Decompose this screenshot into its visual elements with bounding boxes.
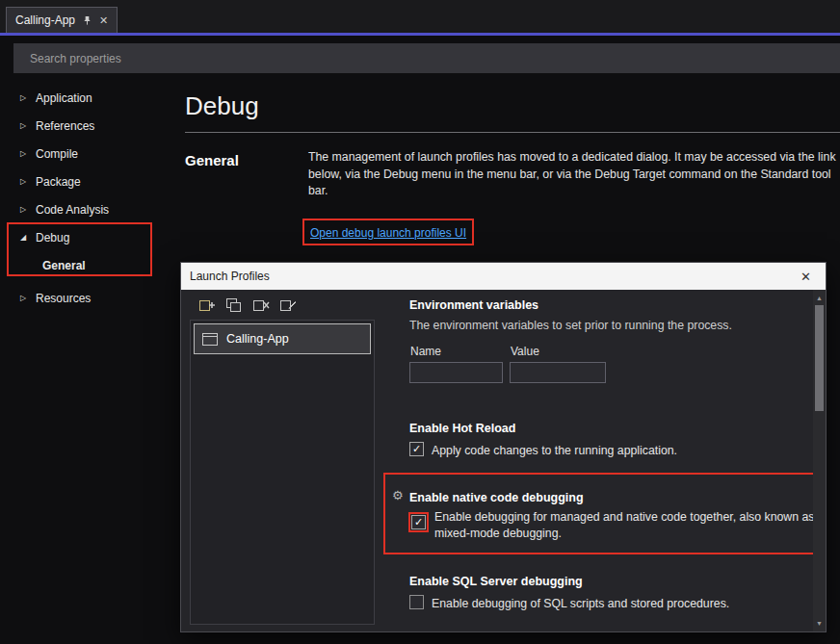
- sql-debugging-label: Enable debugging of SQL scripts and stor…: [432, 596, 729, 612]
- delete-profile-icon[interactable]: [250, 296, 272, 315]
- clone-profile-icon[interactable]: [223, 296, 245, 315]
- sidebar-item-label: General: [42, 259, 86, 272]
- annotation-box-native-checkbox: ✓: [408, 512, 429, 532]
- scrollbar-thumb[interactable]: [815, 305, 824, 411]
- sidebar-item-label: References: [36, 119, 94, 133]
- chevron-right-icon[interactable]: ▷: [17, 93, 29, 102]
- dialog-body: Calling-App Environment variables The en…: [181, 290, 826, 631]
- profile-item-calling-app[interactable]: Calling-App: [194, 323, 371, 354]
- sidebar-item-resources[interactable]: ▷ Resources: [17, 284, 171, 312]
- general-section-heading: General: [185, 152, 239, 168]
- chevron-right-icon[interactable]: ▷: [17, 294, 29, 302]
- sidebar-item-label: Compile: [36, 147, 78, 161]
- native-debugging-checkbox[interactable]: ✓: [411, 515, 426, 529]
- hot-reload-label: Apply code changes to the running applic…: [432, 443, 677, 459]
- document-tab-bar: Calling-App ✕: [0, 0, 840, 33]
- open-debug-launch-profiles-link[interactable]: Open debug launch profiles UI: [310, 226, 466, 240]
- check-icon: ✓: [414, 516, 423, 528]
- scroll-down-icon[interactable]: ▼: [813, 617, 826, 630]
- sql-debugging-heading: Enable SQL Server debugging: [409, 575, 583, 588]
- chevron-right-icon[interactable]: ▷: [17, 149, 29, 158]
- rename-profile-icon[interactable]: [277, 296, 299, 315]
- chevron-right-icon[interactable]: ▷: [17, 121, 29, 130]
- app-root: Calling-App ✕ ▷ Application ▷ References…: [0, 0, 840, 644]
- sidebar-item-label: Application: [36, 91, 92, 105]
- chevron-right-icon[interactable]: ▷: [17, 205, 29, 214]
- env-value-header: Value: [511, 345, 539, 358]
- properties-nav-tree: ▷ Application ▷ References ▷ Compile ▷ P…: [17, 84, 171, 312]
- search-input[interactable]: [13, 43, 840, 73]
- scroll-up-icon[interactable]: ▲: [813, 292, 826, 304]
- sidebar-item-label: Code Analysis: [36, 203, 109, 217]
- profile-item-label: Calling-App: [226, 332, 289, 346]
- accent-divider: [0, 33, 840, 36]
- sidebar-item-debug-general[interactable]: General: [17, 251, 171, 279]
- env-variables-heading: Environment variables: [409, 298, 538, 312]
- new-profile-icon[interactable]: [197, 296, 218, 315]
- hot-reload-checkbox[interactable]: ✓: [409, 442, 424, 456]
- document-tab-calling-app[interactable]: Calling-App ✕: [6, 7, 118, 33]
- hot-reload-heading: Enable Hot Reload: [409, 422, 515, 435]
- title-separator: [185, 132, 840, 133]
- sidebar-item-debug[interactable]: ◢ Debug: [17, 223, 171, 251]
- check-icon: ✓: [412, 443, 421, 455]
- env-name-header: Name: [410, 345, 441, 358]
- annotation-box-link: Open debug launch profiles UI: [302, 219, 474, 245]
- tab-label: Calling-App: [15, 13, 75, 27]
- env-variables-description: The environment variables to set prior t…: [409, 319, 732, 332]
- profile-list[interactable]: Calling-App: [190, 320, 375, 625]
- launch-profiles-description: The management of launch profiles has mo…: [308, 149, 840, 200]
- sidebar-item-application[interactable]: ▷ Application: [17, 84, 171, 112]
- native-debugging-heading: Enable native code debugging: [409, 491, 584, 504]
- tab-close-icon[interactable]: ✕: [99, 15, 108, 26]
- sidebar-item-label: Resources: [36, 292, 91, 305]
- launch-profiles-dialog: Launch Profiles ✕ Calling-App: [180, 262, 827, 632]
- native-debugging-label: Enable debugging for managed and native …: [434, 509, 816, 542]
- sidebar-item-references[interactable]: ▷ References: [17, 112, 171, 140]
- env-name-input[interactable]: [409, 362, 503, 383]
- gear-icon: ⚙: [392, 488, 404, 502]
- dialog-close-icon[interactable]: ✕: [795, 268, 817, 286]
- sidebar-item-package[interactable]: ▷ Package: [17, 167, 171, 195]
- sidebar-item-label: Package: [36, 175, 81, 189]
- sidebar-item-code-analysis[interactable]: ▷ Code Analysis: [17, 195, 171, 223]
- chevron-right-icon[interactable]: ▷: [17, 177, 29, 186]
- dialog-title: Launch Profiles: [190, 270, 270, 283]
- sidebar-item-compile[interactable]: ▷ Compile: [17, 140, 171, 167]
- app-window-icon: [202, 333, 218, 346]
- chevron-expanded-icon[interactable]: ◢: [17, 233, 29, 242]
- sql-debugging-checkbox[interactable]: [409, 595, 424, 609]
- sidebar-item-label: Debug: [36, 231, 69, 245]
- dialog-title-bar: Launch Profiles ✕: [181, 263, 826, 290]
- pin-icon[interactable]: [82, 15, 92, 26]
- env-value-input[interactable]: [510, 362, 606, 383]
- dialog-scrollbar[interactable]: ▲ ▼: [813, 290, 826, 631]
- page-title: Debug: [185, 91, 259, 121]
- annotation-box-native-debugging: ⚙ Enable native code debugging ✓ Enable …: [383, 473, 817, 554]
